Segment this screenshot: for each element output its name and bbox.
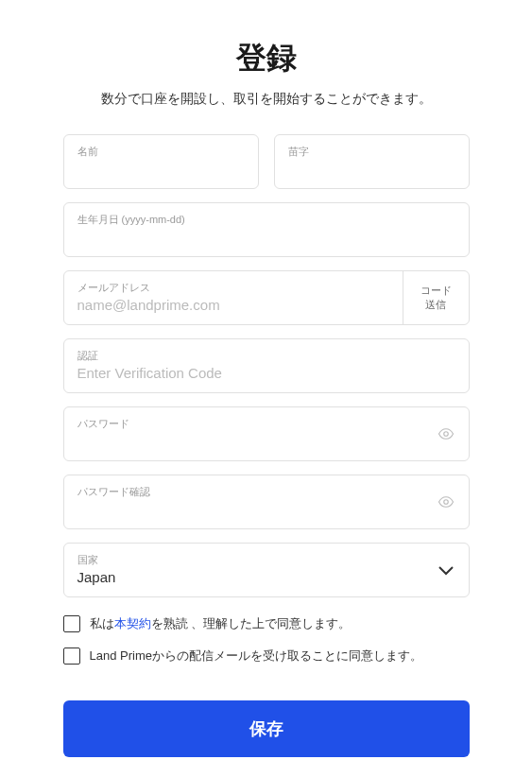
- save-button[interactable]: 保存: [63, 700, 470, 757]
- eye-icon[interactable]: [437, 492, 455, 511]
- verify-field[interactable]: 認証: [63, 338, 470, 393]
- dob-input[interactable]: [77, 229, 455, 245]
- password-confirm-input[interactable]: [77, 501, 455, 517]
- password-label: パスワード: [77, 417, 455, 431]
- verify-input[interactable]: [77, 365, 455, 381]
- country-label: 国家: [77, 553, 455, 567]
- marketing-checkbox[interactable]: [63, 648, 80, 665]
- terms-prefix: 私は: [90, 616, 114, 630]
- last-name-field[interactable]: 苗字: [274, 134, 470, 189]
- country-select[interactable]: 国家 Japan: [63, 543, 470, 597]
- send-code-line2: 送信: [420, 298, 452, 312]
- first-name-field[interactable]: 名前: [63, 134, 259, 189]
- terms-link[interactable]: 本契約: [114, 616, 151, 630]
- dob-label: 生年月日 (yyyy-mm-dd): [77, 213, 455, 227]
- send-code-line1: コード: [420, 284, 452, 298]
- first-name-input[interactable]: [77, 161, 245, 177]
- page-subtitle: 数分で口座を開設し、取引を開始することができます。: [63, 91, 470, 108]
- last-name-label: 苗字: [288, 145, 455, 159]
- email-field[interactable]: メールアドレス: [64, 271, 403, 324]
- password-input[interactable]: [77, 433, 455, 449]
- email-label: メールアドレス: [77, 281, 389, 295]
- verify-label: 認証: [77, 349, 455, 363]
- email-input[interactable]: [77, 297, 389, 313]
- svg-point-0: [443, 432, 448, 437]
- terms-suffix: を熟読 、理解した上で同意します。: [151, 616, 352, 630]
- terms-checkbox-row: 私は本契約を熟読 、理解した上で同意します。: [63, 614, 470, 633]
- registration-form: 登録 数分で口座を開設し、取引を開始することができます。 名前 苗字 生年月日 …: [63, 38, 470, 757]
- eye-icon[interactable]: [437, 424, 455, 443]
- password-field[interactable]: パスワード: [63, 406, 470, 461]
- page-title: 登録: [63, 38, 470, 79]
- terms-label: 私は本契約を熟読 、理解した上で同意します。: [90, 614, 352, 633]
- svg-point-1: [443, 500, 448, 505]
- chevron-down-icon: [438, 562, 454, 578]
- marketing-label: Land Primeからの配信メールを受け取ることに同意します。: [90, 647, 422, 665]
- password-confirm-field[interactable]: パスワード確認: [63, 475, 470, 529]
- country-value: Japan: [77, 569, 455, 585]
- send-code-button[interactable]: コード 送信: [403, 271, 469, 324]
- password-confirm-label: パスワード確認: [77, 485, 455, 499]
- terms-checkbox[interactable]: [63, 615, 80, 632]
- email-field-group: メールアドレス コード 送信: [63, 270, 470, 325]
- first-name-label: 名前: [77, 145, 245, 159]
- dob-field[interactable]: 生年月日 (yyyy-mm-dd): [63, 202, 470, 257]
- marketing-checkbox-row: Land Primeからの配信メールを受け取ることに同意します。: [63, 647, 470, 665]
- last-name-input[interactable]: [288, 161, 455, 177]
